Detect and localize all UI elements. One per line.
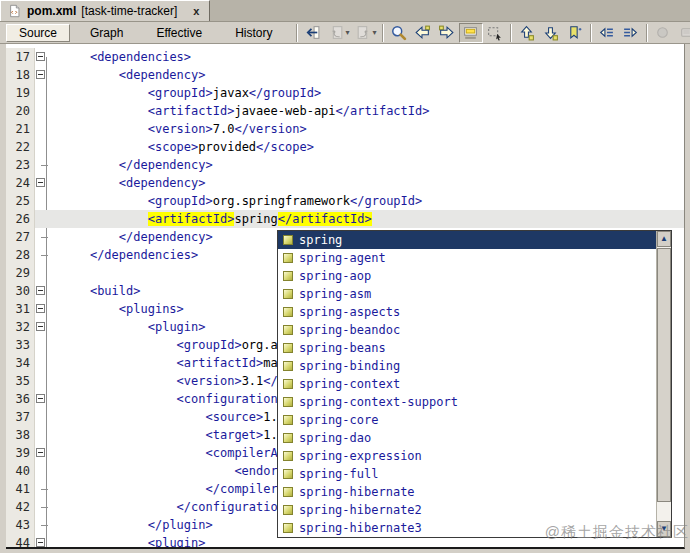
completion-item[interactable]: spring xyxy=(278,231,656,249)
stop-macro-recording-button[interactable] xyxy=(675,23,690,43)
close-tab-icon[interactable]: x xyxy=(190,5,202,18)
completion-item[interactable]: spring-context-support xyxy=(278,393,656,411)
artifact-icon xyxy=(283,307,293,317)
shift-left-icon xyxy=(598,24,615,41)
completion-item-label: spring-expression xyxy=(299,449,422,463)
fold-collapse-icon[interactable] xyxy=(36,70,45,79)
completion-item[interactable]: spring-context xyxy=(278,375,656,393)
line-number: 42 xyxy=(6,498,35,516)
code-text[interactable]: <dependency> xyxy=(51,174,684,192)
completion-item[interactable]: spring-aspects xyxy=(278,303,656,321)
fold-margin xyxy=(35,282,51,300)
line-number: 30 xyxy=(6,282,35,300)
rectangular-selection-button[interactable] xyxy=(483,23,507,43)
completion-item[interactable]: spring-aop xyxy=(278,267,656,285)
code-text[interactable]: <artifactId>spring</artifactId> xyxy=(51,210,684,228)
code-text[interactable]: </dependency> xyxy=(51,156,684,174)
jump-forward-icon xyxy=(355,24,372,41)
completion-item[interactable]: spring-beandoc xyxy=(278,321,656,339)
completion-item-label: spring-aspects xyxy=(299,305,400,319)
toolbar-separator xyxy=(510,24,512,42)
completion-item[interactable]: spring-core xyxy=(278,411,656,429)
start-macro-recording-button[interactable] xyxy=(651,23,675,43)
completion-item[interactable]: spring-hibernate xyxy=(278,483,656,501)
scroll-thumb[interactable] xyxy=(657,248,671,502)
completion-item[interactable]: spring-beans xyxy=(278,339,656,357)
completion-item[interactable]: spring-asm xyxy=(278,285,656,303)
artifact-icon xyxy=(283,289,293,299)
fold-collapse-icon[interactable] xyxy=(36,286,45,295)
toolbar-buttons: ▾▾ xyxy=(301,23,690,43)
fold-margin xyxy=(35,336,51,354)
line-number: 34 xyxy=(6,354,35,372)
fold-margin xyxy=(35,462,51,480)
watermark: @稀土掘金技术社区 xyxy=(545,523,689,542)
line-number: 19 xyxy=(6,84,35,102)
last-edit-location-button[interactable] xyxy=(301,23,325,43)
shift-line-left-button[interactable] xyxy=(595,23,619,43)
completion-item[interactable]: spring-agent xyxy=(278,249,656,267)
jump-back-button[interactable] xyxy=(325,23,349,43)
code-text[interactable]: <version>7.0</version> xyxy=(51,120,684,138)
document-tab-pom-xml[interactable]: pom.xml [task-time-tracker] x xyxy=(0,0,210,21)
code-text[interactable]: <dependencies> xyxy=(51,48,684,66)
completion-item[interactable]: spring-full xyxy=(278,465,656,483)
code-text[interactable]: <artifactId>javaee-web-api</artifactId> xyxy=(51,102,684,120)
toggle-bookmark-button[interactable] xyxy=(563,23,587,43)
document-tab-bar: pom.xml [task-time-tracker] x xyxy=(0,0,690,22)
completion-item[interactable]: spring-dao xyxy=(278,429,656,447)
line-number: 33 xyxy=(6,336,35,354)
toolbar-separator xyxy=(590,24,592,42)
completion-item[interactable]: spring-binding xyxy=(278,357,656,375)
completion-item[interactable]: spring-expression xyxy=(278,447,656,465)
completion-popup: springspring-agentspring-aopspring-asmsp… xyxy=(277,230,672,538)
fold-end-mark xyxy=(41,255,48,256)
code-line: 18 <dependency> xyxy=(6,66,684,84)
fold-collapse-icon[interactable] xyxy=(36,52,45,61)
next-bookmark-button[interactable] xyxy=(539,23,563,43)
fold-collapse-icon[interactable] xyxy=(36,394,45,403)
tab-source[interactable]: Source xyxy=(6,24,70,42)
completion-item-label: spring-context xyxy=(299,377,400,391)
code-text[interactable]: <scope>provided</scope> xyxy=(51,138,684,156)
code-line: 23 </dependency> xyxy=(6,156,684,174)
scroll-up-button[interactable]: ▲ xyxy=(657,231,671,247)
previous-bookmark-button[interactable] xyxy=(515,23,539,43)
fold-margin xyxy=(35,102,51,120)
fold-collapse-icon[interactable] xyxy=(36,304,45,313)
find-previous-occurrence-button[interactable] xyxy=(411,23,435,43)
completion-item-label: spring-aop xyxy=(299,269,371,283)
fold-margin xyxy=(35,192,51,210)
completion-item[interactable]: spring-hibernate2 xyxy=(278,501,656,519)
find-next-occurrence-button[interactable] xyxy=(435,23,459,43)
fold-margin xyxy=(35,480,51,498)
next-bookmark-icon xyxy=(542,24,559,41)
artifact-icon xyxy=(283,325,293,335)
fold-margin xyxy=(35,48,51,66)
code-text[interactable]: <dependency> xyxy=(51,66,684,84)
fold-collapse-icon[interactable] xyxy=(36,538,45,547)
tab-graph[interactable]: Graph xyxy=(77,24,136,42)
fold-collapse-icon[interactable] xyxy=(36,322,45,331)
line-number: 23 xyxy=(6,156,35,174)
fold-collapse-icon[interactable] xyxy=(36,178,45,187)
fold-collapse-icon[interactable] xyxy=(36,448,45,457)
fold-margin xyxy=(35,300,51,318)
find-selection-button[interactable] xyxy=(387,23,411,43)
shift-line-right-button[interactable] xyxy=(619,23,643,43)
multiview-tabs: SourceGraphEffectiveHistory xyxy=(6,24,293,42)
code-text[interactable]: <groupId>org.springframework</groupId> xyxy=(51,192,684,210)
code-text[interactable]: <groupId>javax</groupId> xyxy=(51,84,684,102)
tab-effective[interactable]: Effective xyxy=(143,24,215,42)
jump-forward-button[interactable] xyxy=(352,23,376,43)
fold-margin xyxy=(35,318,51,336)
toggle-highlight-search-button[interactable] xyxy=(459,23,483,43)
line-number: 39 xyxy=(6,444,35,462)
completion-item-label: spring-agent xyxy=(299,251,386,265)
stop-macro-icon xyxy=(678,24,690,41)
completion-scrollbar[interactable]: ▲ ▼ xyxy=(656,231,671,537)
completion-item-label: spring-context-support xyxy=(299,395,458,409)
tab-history[interactable]: History xyxy=(222,24,285,42)
line-number: 22 xyxy=(6,138,35,156)
fold-margin xyxy=(35,246,51,264)
